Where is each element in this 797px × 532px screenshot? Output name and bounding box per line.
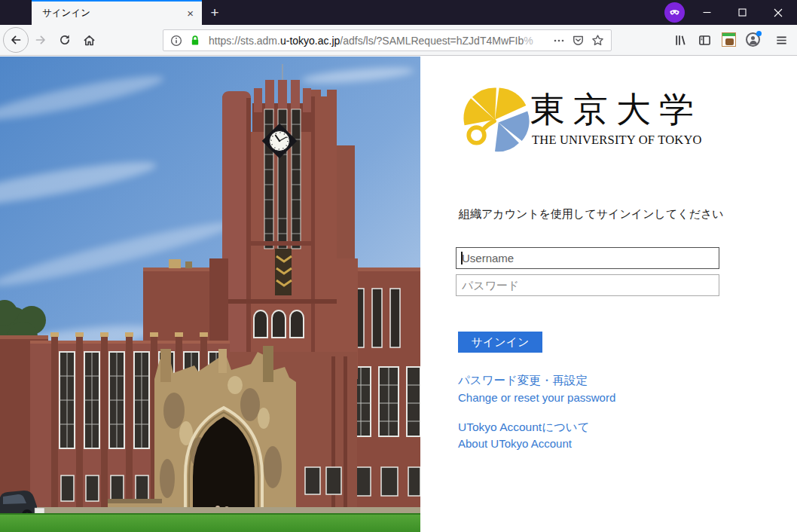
about-account-link-en[interactable]: About UTokyo Account	[458, 437, 572, 450]
padlock-icon[interactable]	[189, 35, 201, 47]
utokyo-ginkgo-logo-icon	[460, 80, 530, 154]
bookmark-star-icon[interactable]	[591, 34, 604, 47]
url-bar[interactable]: https://sts.adm.u-tokyo.ac.jp/adfs/ls/?S…	[163, 29, 612, 51]
browser-window: サインイン × +	[0, 0, 797, 532]
change-password-link-en[interactable]: Change or reset your password	[458, 391, 615, 404]
library-icon[interactable]	[674, 34, 687, 47]
signin-panel: 東京大学 THE UNIVERSITY OF TOKYO 組織アカウントを使用し…	[420, 57, 797, 532]
page-content: 東京大学 THE UNIVERSITY OF TOKYO 組織アカウントを使用し…	[0, 57, 797, 532]
menu-icon[interactable]	[775, 34, 788, 47]
sidebar-icon[interactable]	[698, 34, 711, 47]
text-caret	[461, 252, 463, 264]
home-icon[interactable]	[83, 34, 96, 47]
about-account-link-jp[interactable]: UTokyo Accountについて	[458, 420, 590, 436]
url-path: /adfs/ls/?SAMLRequest=hZJdT4MwFIb	[340, 35, 524, 47]
url-text: https://sts.adm.u-tokyo.ac.jp/adfs/ls/?S…	[209, 35, 546, 47]
maximize-button[interactable]	[725, 0, 760, 25]
pocket-icon[interactable]	[572, 34, 585, 47]
tab-close-icon[interactable]: ×	[185, 8, 195, 19]
minimize-button[interactable]	[689, 0, 725, 25]
url-scheme-host: https://sts.adm.	[209, 35, 280, 47]
navigation-toolbar: https://sts.adm.u-tokyo.ac.jp/adfs/ls/?S…	[0, 25, 797, 56]
signin-instruction: 組織アカウントを使用してサインインしてください	[459, 207, 724, 222]
signin-button[interactable]: サインイン	[458, 332, 542, 353]
reload-icon[interactable]	[59, 34, 71, 46]
back-icon[interactable]	[3, 27, 29, 53]
close-button[interactable]	[760, 0, 795, 25]
info-icon[interactable]	[170, 35, 182, 47]
new-tab-button[interactable]: +	[206, 4, 224, 22]
forward-icon[interactable]	[35, 34, 47, 46]
url-domain: u-tokyo.ac.jp	[280, 35, 340, 47]
password-input[interactable]	[456, 274, 719, 296]
tab-title: サインイン	[42, 7, 185, 20]
logo-title-jp: 東京大学	[530, 87, 702, 133]
change-password-link-jp[interactable]: パスワード変更・再設定	[458, 373, 588, 389]
url-trailing: %	[524, 35, 533, 47]
account-extension-icon[interactable]	[746, 32, 760, 47]
logo-title-en: THE UNIVERSITY OF TOKYO	[532, 133, 702, 148]
titlebar: サインイン × +	[0, 0, 797, 25]
browser-tab[interactable]: サインイン ×	[32, 0, 202, 25]
username-input[interactable]	[456, 247, 719, 269]
page-actions-icon[interactable]	[553, 35, 565, 47]
campus-photo	[0, 57, 420, 532]
extension-icon[interactable]	[722, 32, 736, 47]
private-browsing-mask-icon	[664, 2, 685, 23]
